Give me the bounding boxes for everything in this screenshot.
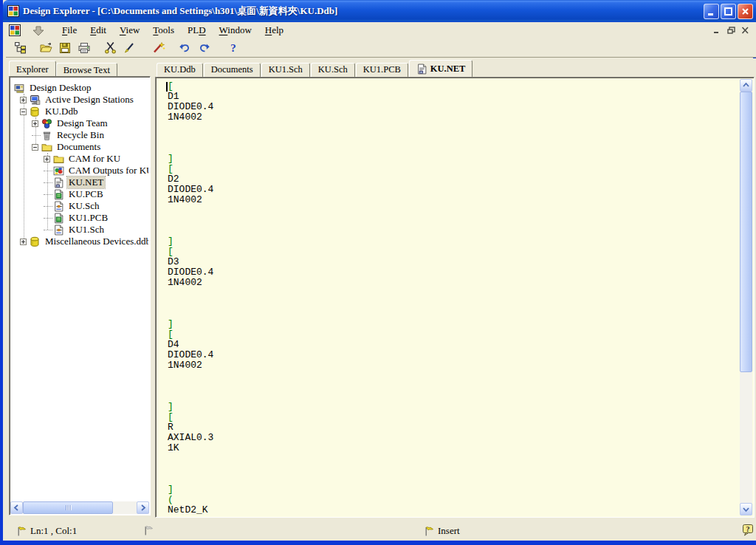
tree-item-cam-for-ku[interactable]: CAM for KU [11, 153, 148, 165]
editor-line: DIODE0.4 [168, 185, 740, 195]
toggle-panels-button[interactable] [10, 39, 30, 56]
scroll-left-button[interactable] [10, 501, 23, 514]
paste-button[interactable] [120, 39, 139, 56]
editor-line [168, 453, 740, 464]
scrollbar-thumb[interactable] [740, 92, 752, 372]
expand-box-icon[interactable] [32, 120, 38, 127]
mdi-minimize-button[interactable] [711, 25, 724, 36]
scroll-right-button[interactable] [137, 501, 149, 514]
export-arrow-icon[interactable] [32, 25, 45, 36]
editor-line: D1 [168, 92, 740, 102]
tree-item-ku-net[interactable]: KU.NET [11, 176, 148, 188]
tree-item-label: Documents [55, 141, 102, 153]
netlist-text-area[interactable]: [D1DIODE0.41N4002 ][D2DIODE0.41N4002 ][D… [157, 79, 740, 515]
document-tab-ku1-sch[interactable]: KU1.Sch [261, 63, 310, 77]
tree-item-ku-ddb[interactable]: KU.Ddb [11, 106, 148, 117]
flag-icon-yellow [424, 526, 434, 537]
magic-wand-icon [152, 41, 165, 54]
collapse-box-icon[interactable] [20, 109, 27, 115]
save-button[interactable] [55, 39, 75, 56]
wizard-button[interactable] [149, 39, 168, 56]
mdi-close-button[interactable] [739, 25, 752, 36]
tree-item-documents[interactable]: Documents [11, 141, 148, 153]
tree-item-miscellaneous-devices-ddb[interactable]: Miscellaneous Devices.ddb [11, 236, 148, 247]
tree-item-cam-outputs-for-ku[interactable]: CAM Outputs for KU [11, 165, 148, 176]
scroll-up-button[interactable] [740, 79, 752, 92]
menu-bar: FileEditViewToolsPLDWindowHelp [6, 22, 756, 38]
cut-button[interactable] [100, 39, 120, 56]
tree-item-ku-pcb[interactable]: KU.PCB [11, 188, 148, 200]
tree-item-active-design-stations[interactable]: Active Design Stations [11, 94, 148, 106]
close-button[interactable] [738, 4, 753, 19]
scrollbar-track[interactable] [113, 501, 137, 514]
main-toolbar: ? [6, 38, 756, 58]
menu-edit[interactable]: Edit [83, 23, 113, 38]
tree-item-recycle-bin[interactable]: Recycle Bin [11, 129, 148, 141]
tree-connector [44, 171, 52, 171]
undo-arrow-icon [179, 42, 191, 54]
app-logo-icon-small[interactable] [9, 24, 21, 36]
menu-pld[interactable]: PLD [181, 23, 213, 38]
document-tab-ku1-pcb[interactable]: KU1.PCB [356, 63, 408, 77]
editor-line [168, 133, 740, 143]
editor-line: ] [168, 236, 740, 247]
tree-view[interactable]: Design DesktopActive Design StationsKU.D… [11, 78, 148, 501]
tree-item-design-team[interactable]: Design Team [11, 117, 148, 129]
document-tab-documents[interactable]: Documents [204, 63, 261, 77]
menu-tools[interactable]: Tools [146, 23, 181, 38]
expand-box-icon[interactable] [44, 156, 50, 162]
document-tab-ku-ddb[interactable]: KU.Ddb [157, 63, 203, 77]
print-button[interactable] [75, 39, 94, 56]
editor-line [168, 123, 740, 133]
tree-connector [32, 135, 41, 136]
tree-horizontal-scrollbar[interactable] [10, 501, 149, 514]
redo-button[interactable] [194, 39, 213, 56]
editor-line [168, 464, 740, 474]
editor-line: [ [168, 412, 740, 422]
editor-vertical-scrollbar[interactable] [740, 79, 752, 515]
document-tab-ku-net[interactable]: KU.NET [409, 60, 473, 77]
tree-item-label: Recycle Bin [55, 129, 106, 141]
tree-item-label: CAM Outputs for KU [67, 165, 148, 176]
menu-help[interactable]: Help [258, 23, 290, 38]
editor-line: NetD2_K [168, 505, 740, 515]
tree-item-ku1-pcb[interactable]: KU1.PCB [11, 212, 148, 224]
document-tab-label: KU.NET [430, 64, 466, 75]
tree-item-label: KU.PCB [67, 188, 105, 200]
collapse-box-icon[interactable] [32, 144, 38, 151]
scrollbar-thumb[interactable] [23, 501, 113, 514]
scrollbar-track[interactable] [740, 372, 752, 503]
maximize-button[interactable] [721, 4, 736, 19]
tree-item-design-desktop[interactable]: Design Desktop [11, 82, 148, 94]
explorer-tree-panel[interactable]: Design DesktopActive Design StationsKU.D… [9, 76, 151, 515]
sch-doc-icon [53, 224, 65, 236]
scroll-down-button[interactable] [740, 503, 752, 515]
editor-line: [ [168, 329, 740, 340]
expand-box-icon[interactable] [20, 97, 27, 103]
mdi-restore-button[interactable] [725, 25, 738, 36]
menu-file[interactable]: File [55, 23, 83, 38]
tree-item-label: CAM for KU [67, 153, 122, 165]
open-document-button[interactable] [36, 39, 55, 56]
menu-window[interactable]: Window [213, 23, 258, 38]
document-tab-ku-sch[interactable]: KU.Sch [311, 63, 355, 77]
tree-item-label: Active Design Stations [44, 94, 135, 106]
menu-view[interactable]: View [113, 23, 146, 38]
editor-line [168, 143, 740, 154]
tree-item-ku-sch[interactable]: KU.Sch [11, 200, 148, 212]
panel-tab-browse-text[interactable]: Browse Text [56, 63, 117, 76]
minimize-button[interactable] [704, 4, 719, 19]
database-icon [30, 106, 41, 117]
editor-line [168, 226, 740, 236]
tree-item-ku1-sch[interactable]: KU1.Sch [11, 224, 148, 236]
panel-tab-explorer[interactable]: Explorer [9, 61, 56, 76]
expand-box-icon[interactable] [20, 239, 27, 245]
tree-item-label: KU.Sch [67, 200, 101, 212]
editor-line: D2 [168, 174, 740, 185]
undo-button[interactable] [175, 39, 194, 56]
help-bubble-icon[interactable]: ? [742, 524, 754, 536]
help-button[interactable]: ? [224, 39, 243, 56]
title-bar[interactable]: Design Explorer - [C:\Documents and Sett… [3, 0, 756, 22]
flag-icon-gray [143, 525, 154, 536]
open-folder-icon [39, 42, 52, 54]
